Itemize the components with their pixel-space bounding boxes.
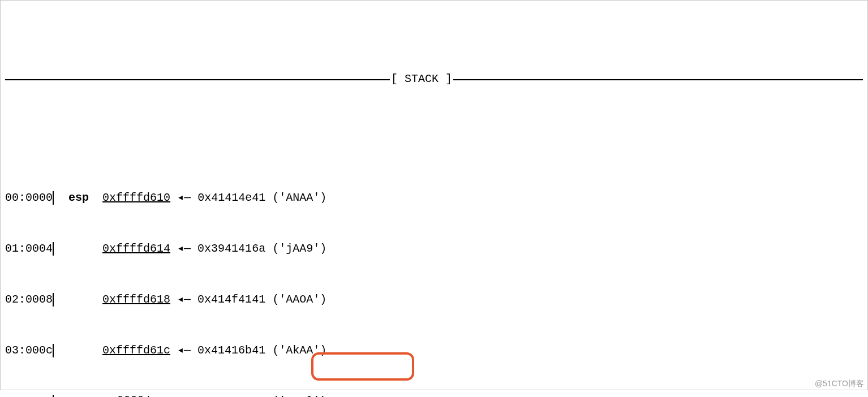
- stack-value: 0x41414e41 ('ANAA'): [197, 189, 326, 206]
- arrow-icon: ◂—: [170, 189, 197, 206]
- stack-row: 03:000c 0xffffd61c ◂— 0x41416b41 ('AkAA'…: [5, 342, 863, 359]
- arrow-icon: ◂—: [170, 342, 197, 359]
- watermark: @51CTO博客: [815, 379, 864, 387]
- terminal[interactable]: [ STACK ] 00:0000 esp 0xffffd610 ◂— 0x41…: [0, 0, 868, 390]
- pipe-icon: [53, 242, 54, 256]
- stack-offset: 04:0010: [5, 393, 53, 397]
- stack-addr: 0xffffd618: [102, 291, 170, 308]
- stack-offset: 03:000c: [5, 342, 53, 359]
- stack-addr: 0xffffd620: [102, 393, 170, 397]
- pipe-icon: [53, 293, 54, 307]
- stack-offset: 02:0008: [5, 291, 53, 308]
- stack-value: 0x3941416a ('jAA9'): [197, 240, 326, 257]
- stack-addr: 0xffffd614: [102, 240, 170, 257]
- stack-offset: 00:0000: [5, 189, 53, 206]
- stack-row: 01:0004 0xffffd614 ◂— 0x3941416a ('jAA9'…: [5, 240, 863, 257]
- stack-row: 00:0000 esp 0xffffd610 ◂— 0x41414e41 ('A…: [5, 189, 863, 206]
- stack-reg-pad: [55, 291, 102, 308]
- pipe-icon: [53, 344, 54, 357]
- stack-addr: 0xffffd61c: [102, 342, 170, 359]
- stack-reg-pad: [55, 240, 102, 257]
- section-header-stack: [ STACK ]: [5, 71, 863, 88]
- stack-row: 02:0008 0xffffd618 ◂— 0x414f4141 ('AAOA'…: [5, 291, 863, 308]
- stack-area: 00:0000 esp 0xffffd610 ◂— 0x41414e41 ('A…: [5, 156, 863, 397]
- stack-value: 0x414f4141 ('AAOA'): [197, 291, 326, 308]
- pipe-icon: [53, 395, 54, 397]
- arrow-icon: ◂—: [170, 240, 197, 257]
- stack-row: 04:0010 0xffffd620 ◂— 0x6c414150 ('PAAl'…: [5, 393, 863, 397]
- arrow-icon: ◂—: [170, 393, 197, 397]
- stack-value: 0x41416b41 ('AkAA'): [197, 342, 326, 359]
- pipe-icon: [53, 191, 54, 205]
- arrow-icon: ◂—: [170, 291, 197, 308]
- stack-value: 0x6c414150 ('PAAl'): [197, 393, 326, 397]
- stack-offset: 01:0004: [5, 240, 53, 257]
- stack-reg-pad: [55, 342, 102, 359]
- stack-reg: esp: [55, 189, 102, 206]
- stack-reg-pad: [55, 393, 102, 397]
- section-header-stack-label: [ STACK ]: [390, 71, 453, 88]
- stack-addr: 0xffffd610: [102, 189, 170, 206]
